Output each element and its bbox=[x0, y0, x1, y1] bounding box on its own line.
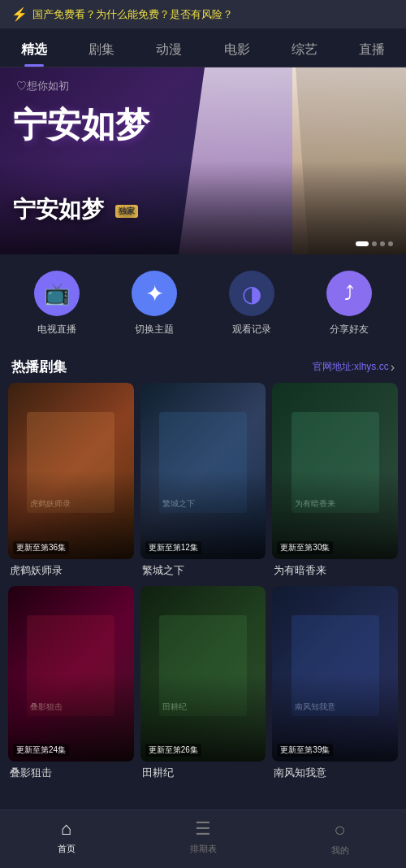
drama-card-4[interactable]: 叠影狙击 更新至第24集 叠影狙击 bbox=[8, 586, 134, 783]
hero-drama-title: 宁安如梦 bbox=[13, 108, 149, 142]
action-watch-history[interactable]: ◑ 观看记录 bbox=[229, 271, 274, 336]
action-change-theme[interactable]: ✦ 切换主题 bbox=[132, 271, 177, 336]
home-icon: ⌂ bbox=[61, 818, 71, 840]
chevron-right-icon: › bbox=[391, 360, 395, 375]
share-icon: ⤴ bbox=[326, 271, 372, 316]
episode-badge-3: 更新至第30集 bbox=[277, 541, 333, 554]
quick-actions: 📺 电视直播 ✦ 切换主题 ◑ 观看记录 ⤴ 分享好友 bbox=[0, 254, 406, 349]
profile-icon: ○ bbox=[334, 818, 346, 841]
drama-card-1[interactable]: 虎鹤妖师录 更新至第36集 虎鹤妖师录 bbox=[8, 383, 134, 579]
hero-logo-text: ♡想你如初 bbox=[16, 79, 69, 93]
tab-dongman[interactable]: 动漫 bbox=[136, 37, 203, 67]
history-icon: ◑ bbox=[229, 271, 274, 316]
drama-card-3[interactable]: 为有暗香来 更新至第30集 为有暗香来 bbox=[272, 383, 398, 579]
tab-zongyi[interactable]: 综艺 bbox=[270, 37, 338, 67]
theme-icon: ✦ bbox=[132, 271, 177, 316]
share-label: 分享好友 bbox=[330, 323, 369, 336]
dot-2 bbox=[372, 241, 377, 246]
drama-title-1: 虎鹤妖师录 bbox=[8, 559, 134, 579]
section-link[interactable]: 官网地址:xlhys.cc › bbox=[313, 360, 395, 375]
tv-live-icon: 📺 bbox=[34, 271, 80, 316]
drama-title-5: 田耕纪 bbox=[140, 762, 266, 782]
episode-badge-6: 更新至第39集 bbox=[277, 744, 333, 757]
hero-title-badge: 宁安如梦 独家 bbox=[13, 194, 138, 225]
action-share[interactable]: ⤴ 分享好友 bbox=[326, 271, 372, 336]
tab-jingxuan[interactable]: 精选 bbox=[0, 37, 67, 67]
drama-title-2: 繁城之下 bbox=[140, 559, 266, 579]
dot-3 bbox=[380, 241, 385, 246]
nav-tabs: 精选 剧集 动漫 电影 综艺 直播 bbox=[0, 28, 406, 67]
dot-1 bbox=[356, 241, 369, 246]
nav-profile[interactable]: ○ 我的 bbox=[315, 817, 365, 858]
nav-schedule[interactable]: ☰ 排期表 bbox=[174, 817, 233, 858]
episode-badge-1: 更新至第36集 bbox=[13, 541, 69, 554]
tab-juji[interactable]: 剧集 bbox=[67, 37, 135, 67]
action-tv-live[interactable]: 📺 电视直播 bbox=[34, 271, 80, 336]
history-label: 观看记录 bbox=[232, 323, 271, 336]
episode-badge-4: 更新至第24集 bbox=[13, 744, 69, 757]
home-label: 首页 bbox=[58, 843, 76, 855]
tab-dianying[interactable]: 电影 bbox=[203, 37, 270, 67]
section-link-text: 官网地址:xlhys.cc bbox=[313, 360, 389, 374]
drama-title-6: 南风知我意 bbox=[272, 762, 398, 782]
episode-badge-2: 更新至第12集 bbox=[145, 541, 201, 554]
banner-text: 国产免费看？为什么能免费？是否有风险？ bbox=[32, 7, 233, 22]
drama-card-5[interactable]: 田耕纪 更新至第26集 田耕纪 bbox=[140, 586, 266, 783]
tv-live-label: 电视直播 bbox=[37, 323, 76, 336]
nav-home[interactable]: ⌂ 首页 bbox=[41, 817, 92, 858]
tab-zhibo[interactable]: 直播 bbox=[339, 37, 406, 67]
hero-dots bbox=[356, 241, 393, 246]
drama-title-4: 叠影狙击 bbox=[8, 762, 134, 782]
theme-label: 切换主题 bbox=[135, 323, 174, 336]
dot-4 bbox=[388, 241, 393, 246]
drama-card-6[interactable]: 南风知我意 更新至第39集 南风知我意 bbox=[272, 586, 398, 783]
top-banner[interactable]: ⚡ 国产免费看？为什么能免费？是否有风险？ bbox=[0, 0, 406, 28]
profile-label: 我的 bbox=[331, 844, 349, 857]
section-header: 热播剧集 官网地址:xlhys.cc › bbox=[0, 349, 406, 383]
warning-icon: ⚡ bbox=[11, 7, 28, 22]
drama-title-3: 为有暗香来 bbox=[272, 559, 398, 579]
episode-badge-5: 更新至第26集 bbox=[145, 744, 201, 757]
section-title: 热播剧集 bbox=[11, 358, 67, 376]
vip-badge: 独家 bbox=[115, 205, 138, 218]
schedule-label: 排期表 bbox=[190, 843, 217, 855]
hero-banner[interactable]: ♡想你如初 宁安如梦 宁安如梦 独家 bbox=[0, 67, 406, 254]
bottom-nav: ⌂ 首页 ☰ 排期表 ○ 我的 bbox=[0, 809, 406, 868]
schedule-icon: ☰ bbox=[195, 818, 211, 840]
drama-card-2[interactable]: 繁城之下 更新至第12集 繁城之下 bbox=[140, 383, 266, 579]
drama-grid: 虎鹤妖师录 更新至第36集 虎鹤妖师录 繁城之下 更新至第12集 繁城之 bbox=[0, 383, 406, 790]
